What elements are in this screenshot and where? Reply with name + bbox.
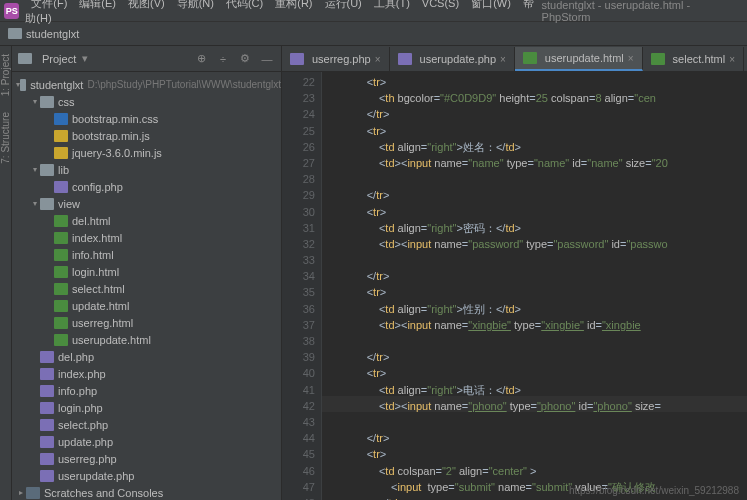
menu-item[interactable]: 工具(T) (368, 0, 416, 9)
tree-row[interactable]: info.php (12, 382, 281, 399)
folder-icon (8, 28, 22, 39)
hide-icon[interactable]: — (259, 51, 275, 67)
tree-row[interactable]: userreg.html (12, 314, 281, 331)
target-icon[interactable]: ⊕ (193, 51, 209, 67)
menu-item[interactable]: 视图(V) (122, 0, 171, 9)
rail-project[interactable]: 1: Project (0, 50, 11, 100)
menu-item[interactable]: 代码(C) (220, 0, 269, 9)
tree-row[interactable]: userupdate.html (12, 331, 281, 348)
html-icon (523, 52, 537, 64)
tree-row[interactable]: ▾lib (12, 161, 281, 178)
tree-row[interactable]: userreg.php (12, 450, 281, 467)
watermark: https://blog.csdn.net/weixin_59212988 (569, 485, 739, 496)
editor-tab[interactable]: userreg.php× (282, 47, 390, 71)
tree-row[interactable]: config.php (12, 178, 281, 195)
window-title: studentglxt - userupdate.html - PhpStorm (542, 0, 733, 23)
html-icon (651, 53, 665, 65)
menu-item[interactable]: 编辑(E) (73, 0, 122, 9)
menu-item[interactable]: 窗口(W) (465, 0, 517, 9)
close-icon[interactable]: × (500, 54, 506, 65)
editor-tab[interactable]: select.html× (643, 47, 744, 71)
php-icon (290, 53, 304, 65)
code-editor[interactable]: <tr> <th bgcolor="#C0D9D9" height=25 col… (322, 72, 747, 500)
tree-row[interactable]: bootstrap.min.css (12, 110, 281, 127)
tree-row[interactable]: jquery-3.6.0.min.js (12, 144, 281, 161)
tree-row[interactable]: userupdate.php (12, 467, 281, 484)
close-icon[interactable]: × (628, 53, 634, 64)
folder-icon (18, 53, 32, 64)
tree-row[interactable]: ▸Scratches and Consoles (12, 484, 281, 500)
collapse-icon[interactable]: ÷ (215, 51, 231, 67)
menu-item[interactable]: 重构(R) (269, 0, 318, 9)
tree-row[interactable]: select.php (12, 416, 281, 433)
menu-bar: PS 文件(F)编辑(E)视图(V)导航(N)代码(C)重构(R)运行(U)工具… (0, 0, 747, 22)
gear-icon[interactable]: ⚙ (237, 51, 253, 67)
tree-row[interactable]: del.html (12, 212, 281, 229)
sidebar-title: Project (42, 53, 76, 65)
editor-tab[interactable]: userupdate.html× (515, 47, 643, 71)
project-sidebar: Project ▾ ⊕ ÷ ⚙ — ▾studentglxtD:\phpStud… (12, 46, 282, 500)
tree-row[interactable]: update.php (12, 433, 281, 450)
rail-structure[interactable]: 7: Structure (0, 108, 11, 168)
breadcrumb[interactable]: studentglxt (0, 22, 747, 46)
menu-item[interactable]: 运行(U) (319, 0, 368, 9)
project-tree[interactable]: ▾studentglxtD:\phpStudy\PHPTutorial\WWW\… (12, 72, 281, 500)
close-icon[interactable]: × (375, 54, 381, 65)
tree-row[interactable]: bootstrap.min.js (12, 127, 281, 144)
php-icon (398, 53, 412, 65)
tree-row[interactable]: login.php (12, 399, 281, 416)
tree-row[interactable]: ▾css (12, 93, 281, 110)
close-icon[interactable]: × (729, 54, 735, 65)
tree-row[interactable]: update.html (12, 297, 281, 314)
menu-item[interactable]: 导航(N) (171, 0, 220, 9)
tree-row[interactable]: ▾view (12, 195, 281, 212)
tree-row[interactable]: index.php (12, 365, 281, 382)
breadcrumb-label: studentglxt (26, 28, 79, 40)
editor-tab[interactable]: userupdate.php× (390, 47, 515, 71)
line-gutter[interactable]: 2223242526272829303132333435363738394041… (282, 72, 322, 500)
tree-row[interactable]: info.html (12, 246, 281, 263)
menu-item[interactable]: VCS(S) (416, 0, 465, 9)
tree-row[interactable]: select.html (12, 280, 281, 297)
tree-row[interactable]: del.php (12, 348, 281, 365)
left-tool-rail: 1: Project 7: Structure (0, 46, 12, 500)
menu-item[interactable]: 文件(F) (25, 0, 73, 9)
app-icon: PS (4, 3, 19, 19)
editor-tabs: userreg.php×userupdate.php×userupdate.ht… (282, 46, 747, 72)
editor-pane: userreg.php×userupdate.php×userupdate.ht… (282, 46, 747, 500)
tree-row[interactable]: login.html (12, 263, 281, 280)
tree-row[interactable]: index.html (12, 229, 281, 246)
tree-row[interactable]: ▾studentglxtD:\phpStudy\PHPTutorial\WWW\… (12, 76, 281, 93)
